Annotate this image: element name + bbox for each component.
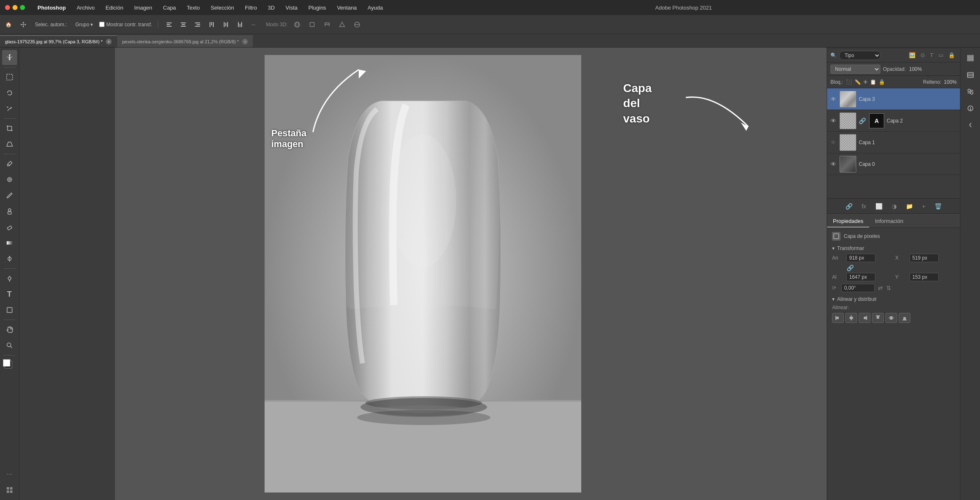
move-tool[interactable] bbox=[2, 50, 17, 65]
filter-pixel-icon[interactable]: 🖼️ bbox=[907, 51, 917, 59]
menu-filtro[interactable]: Filtro bbox=[243, 4, 259, 12]
modo3d-btn5[interactable] bbox=[352, 20, 362, 29]
align-center-btn[interactable] bbox=[178, 20, 188, 29]
tab-glass-close[interactable]: × bbox=[106, 39, 112, 45]
menu-imagen[interactable]: Imagen bbox=[132, 4, 154, 12]
more-options-btn[interactable]: ··· bbox=[249, 20, 258, 29]
align-center-vert-btn[interactable] bbox=[885, 313, 897, 323]
align-bottom-edge-btn[interactable] bbox=[899, 313, 910, 323]
minimize-window-button[interactable] bbox=[12, 5, 18, 10]
menu-ventana[interactable]: Ventana bbox=[335, 4, 359, 12]
x-input[interactable] bbox=[910, 254, 939, 262]
y-input[interactable] bbox=[910, 273, 939, 281]
text-tool[interactable]: T bbox=[2, 287, 17, 302]
collapse-panel-btn[interactable] bbox=[963, 118, 978, 132]
foreground-color[interactable] bbox=[3, 359, 10, 367]
layer-fx-btn[interactable]: fx bbox=[859, 201, 869, 211]
lock-move-icon[interactable]: ✛ bbox=[863, 79, 868, 85]
layer-vis-capa2[interactable]: 👁 bbox=[830, 117, 837, 125]
layer-row-capa1[interactable]: 👁 Capa 1 bbox=[827, 132, 960, 153]
menu-capa[interactable]: Capa bbox=[161, 4, 178, 12]
menu-archivo[interactable]: Archivo bbox=[75, 4, 96, 12]
layer-chain-capa2[interactable]: 🔗 bbox=[859, 118, 866, 124]
filter-toggle-icon[interactable]: 🔒 bbox=[947, 51, 957, 59]
link-proportions-icon[interactable]: 🔗 bbox=[847, 265, 854, 271]
align-bottom-btn[interactable] bbox=[235, 20, 245, 29]
adjustments-btn[interactable] bbox=[963, 84, 978, 99]
flip-vertical-btn[interactable]: ⇅ bbox=[886, 285, 891, 291]
layer-link-btn[interactable]: 🔗 bbox=[843, 201, 855, 211]
perspective-tool[interactable] bbox=[2, 137, 17, 152]
lock-draw-icon[interactable]: ✏️ bbox=[855, 79, 861, 85]
layer-row-capa3[interactable]: 👁 Capa 3 bbox=[827, 88, 960, 110]
tab-pexels[interactable]: pexels-olenka-sergienko-3686769.jpg al 2… bbox=[117, 35, 253, 47]
align-top-btn[interactable] bbox=[207, 20, 217, 29]
align-left-edge-btn[interactable] bbox=[832, 313, 844, 323]
align-section-title[interactable]: ▾ Alinear y distribuir bbox=[832, 296, 955, 302]
paths-btn[interactable] bbox=[963, 68, 978, 82]
menu-3d[interactable]: 3D bbox=[266, 4, 277, 12]
channels-btn[interactable] bbox=[963, 51, 978, 66]
modo3d-btn2[interactable] bbox=[307, 20, 318, 29]
menu-edicion[interactable]: Edición bbox=[104, 4, 125, 12]
pen-tool[interactable] bbox=[2, 271, 17, 286]
filter-text-icon[interactable]: T bbox=[928, 51, 935, 59]
home-button[interactable]: 🏠 bbox=[3, 20, 14, 29]
tab-pexels-close[interactable]: × bbox=[242, 39, 248, 45]
mostrar-checkbox-label[interactable]: Mostrar contr. transf. bbox=[99, 22, 152, 28]
menu-seleccion[interactable]: Selección bbox=[209, 4, 235, 12]
modo3d-btn3[interactable] bbox=[322, 20, 332, 29]
fullscreen-window-button[interactable] bbox=[20, 5, 25, 10]
close-window-button[interactable] bbox=[5, 5, 10, 10]
layer-group-btn[interactable]: 📁 bbox=[903, 201, 915, 211]
transform-section-title[interactable]: ▾ Transformar bbox=[832, 245, 955, 251]
layer-new-btn[interactable]: + bbox=[920, 201, 928, 211]
lock-nested-icon[interactable]: 📋 bbox=[870, 79, 876, 85]
layer-row-capa0[interactable]: 👁 Capa 0 bbox=[827, 153, 960, 175]
zoom-tool[interactable] bbox=[2, 338, 17, 353]
eraser-tool[interactable] bbox=[2, 220, 17, 235]
more-tools-btn[interactable]: ··· bbox=[2, 467, 17, 482]
menu-photoshop[interactable]: Photoshop bbox=[36, 4, 68, 12]
layer-adj-btn[interactable]: ◑ bbox=[889, 201, 899, 211]
grupo-dropdown[interactable]: Grupo ▾ bbox=[73, 20, 95, 29]
filter-adj-icon[interactable]: ⊙ bbox=[919, 51, 927, 59]
tab-informacion[interactable]: Información bbox=[869, 215, 909, 228]
layer-vis-capa1[interactable]: 👁 bbox=[830, 139, 837, 146]
align-middle-btn[interactable] bbox=[221, 20, 231, 29]
shape-tool[interactable] bbox=[2, 302, 17, 318]
menu-plugins[interactable]: Plugins bbox=[307, 4, 328, 12]
patch-tool[interactable] bbox=[2, 172, 17, 187]
tab-glass[interactable]: glass-1975235.jpg al 99,7% (Capa 3, RGB/… bbox=[0, 35, 117, 47]
tab-propiedades[interactable]: Propiedades bbox=[827, 215, 869, 228]
edit-toolbar-btn[interactable] bbox=[2, 482, 17, 498]
dodge-tool[interactable] bbox=[2, 251, 17, 266]
align-right-btn[interactable] bbox=[192, 20, 202, 29]
properties-btn[interactable] bbox=[963, 101, 978, 116]
modo3d-btn4[interactable] bbox=[337, 20, 348, 29]
wand-tool[interactable] bbox=[2, 101, 17, 116]
blend-mode-dropdown[interactable]: Normal bbox=[830, 65, 880, 74]
layers-type-dropdown[interactable]: Tipo bbox=[839, 51, 881, 60]
menu-texto[interactable]: Texto bbox=[185, 4, 201, 12]
hand-tool[interactable] bbox=[2, 322, 17, 337]
layer-vis-capa3[interactable]: 👁 bbox=[830, 95, 837, 103]
align-center-horiz-btn[interactable] bbox=[845, 313, 857, 323]
layer-vis-capa0[interactable]: 👁 bbox=[830, 160, 837, 168]
mostrar-checkbox[interactable] bbox=[99, 22, 105, 27]
move-tool-btn[interactable] bbox=[18, 20, 29, 29]
lasso-tool[interactable] bbox=[2, 85, 17, 100]
layer-delete-btn[interactable]: 🗑️ bbox=[932, 201, 944, 211]
color-swatches[interactable] bbox=[3, 359, 16, 372]
lock-all-icon[interactable]: 🔒 bbox=[879, 79, 885, 85]
select-rect-tool[interactable] bbox=[2, 70, 17, 85]
menu-ayuda[interactable]: Ayuda bbox=[366, 4, 385, 12]
lock-pixel-icon[interactable]: ⬛ bbox=[846, 79, 852, 85]
stamp-tool[interactable] bbox=[2, 204, 17, 219]
al-input[interactable] bbox=[846, 273, 875, 281]
filter-shape-icon[interactable]: ▭ bbox=[937, 51, 945, 59]
an-input[interactable] bbox=[846, 254, 875, 262]
eyedropper-tool[interactable] bbox=[2, 156, 17, 171]
crop-tool[interactable] bbox=[2, 121, 17, 136]
brush-tool[interactable] bbox=[2, 188, 17, 203]
